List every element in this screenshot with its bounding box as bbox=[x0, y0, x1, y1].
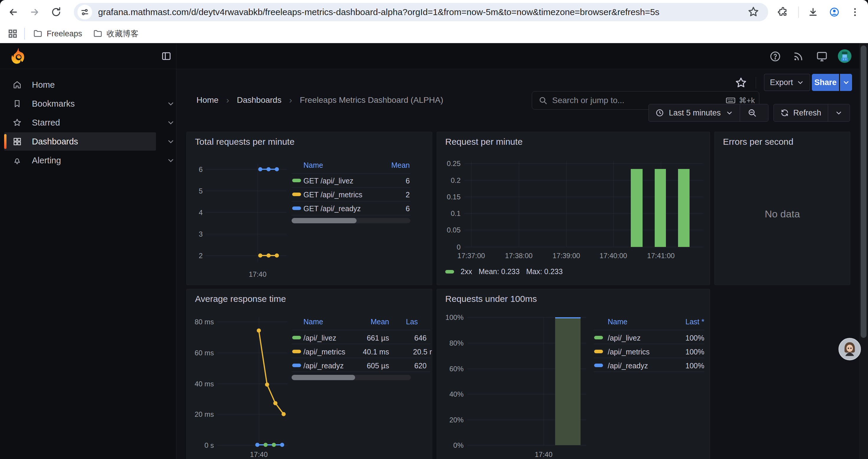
panel-title[interactable]: Requests under 100ms bbox=[445, 294, 537, 304]
back-icon[interactable] bbox=[6, 5, 21, 20]
refresh-icon bbox=[780, 108, 789, 117]
bar-2xx[interactable] bbox=[655, 169, 666, 247]
search-icon bbox=[538, 96, 548, 105]
favorite-dashboard-icon[interactable] bbox=[735, 76, 747, 89]
legend-separator bbox=[291, 358, 430, 358]
zoom-out-button[interactable] bbox=[740, 108, 764, 118]
chevron-down-icon[interactable] bbox=[167, 137, 175, 145]
reload-icon[interactable] bbox=[49, 5, 64, 20]
legend-mean-value: 605 µs bbox=[330, 362, 389, 370]
export-button[interactable]: Export bbox=[764, 74, 810, 91]
gridline-h bbox=[464, 180, 704, 181]
legend-name[interactable]: /api/_metrics bbox=[608, 348, 650, 356]
legend-pill[interactable] bbox=[594, 364, 603, 367]
sidebar-item-label: Alerting bbox=[32, 156, 61, 165]
folder-icon bbox=[93, 29, 102, 38]
legend-scrollbar-thumb[interactable] bbox=[291, 218, 356, 223]
browser-profile-icon[interactable] bbox=[827, 5, 842, 20]
panel-title[interactable]: Request per minute bbox=[445, 137, 523, 147]
legend-name[interactable]: /api/_livez bbox=[608, 334, 641, 342]
panel-request-per-minute[interactable]: Request per minute 0.25 0.2 0.15 0.1 0.0… bbox=[437, 132, 710, 285]
legend-pill[interactable] bbox=[292, 364, 301, 367]
legend-header-last[interactable]: Las bbox=[406, 318, 418, 326]
sidebar-item-home[interactable]: Home bbox=[4, 76, 156, 94]
url-text[interactable]: grafana.mathmast.com/d/deytv4rwavabkb/fr… bbox=[98, 7, 659, 17]
legend-series[interactable]: 2xx bbox=[461, 267, 472, 276]
url-bar[interactable]: grafana.mathmast.com/d/deytv4rwavabkb/fr… bbox=[74, 3, 768, 21]
gridline-h bbox=[464, 247, 704, 247]
breadcrumb-dashboards[interactable]: Dashboards bbox=[237, 95, 282, 105]
chevron-down-icon[interactable] bbox=[167, 119, 175, 127]
gridline-h bbox=[206, 234, 286, 234]
y-tick: 0.2 bbox=[440, 176, 461, 185]
user-avatar[interactable] bbox=[838, 49, 851, 63]
sidebar-item-bookmarks[interactable]: Bookmarks bbox=[4, 95, 156, 113]
chevron-down-icon bbox=[842, 78, 850, 86]
bookmark-star-icon[interactable] bbox=[747, 6, 760, 18]
sidebar-item-starred[interactable]: Starred bbox=[4, 113, 156, 132]
y-tick: 2 bbox=[191, 252, 203, 260]
bookmark-folder-blogs[interactable]: 收藏博客 bbox=[93, 27, 138, 40]
panel-avg-response-time[interactable]: Average response time 80 ms 60 ms 40 ms … bbox=[186, 289, 432, 459]
legend-header-mean[interactable]: Mean bbox=[330, 318, 389, 326]
help-icon[interactable] bbox=[769, 51, 781, 62]
legend-header-name[interactable]: Name bbox=[303, 318, 323, 326]
bar-2xx[interactable] bbox=[631, 169, 643, 247]
dashboards-grid-icon bbox=[12, 137, 22, 146]
panel-errors-per-second[interactable]: Errors per second No data bbox=[714, 132, 850, 285]
grafana-logo[interactable] bbox=[9, 47, 28, 66]
y-tick: 100% bbox=[440, 314, 464, 322]
share-menu-button[interactable] bbox=[840, 74, 852, 91]
share-button[interactable]: Share bbox=[812, 74, 839, 91]
legend-pill[interactable] bbox=[445, 270, 454, 273]
sidebar: Home Bookmarks Starred Dashboards Alerti… bbox=[0, 69, 176, 459]
legend-separator bbox=[291, 201, 410, 201]
legend-pill[interactable] bbox=[292, 350, 301, 353]
panel-title[interactable]: Total requests per minute bbox=[195, 137, 294, 147]
chevron-down-icon[interactable] bbox=[167, 100, 175, 108]
download-icon[interactable] bbox=[806, 5, 820, 20]
legend-name[interactable]: /api/_readyz bbox=[608, 362, 648, 370]
legend-header-mean[interactable]: Mean bbox=[291, 161, 410, 169]
legend-separator bbox=[593, 358, 704, 358]
time-range-picker[interactable]: Last 5 minutes bbox=[649, 108, 740, 118]
site-settings-icon[interactable] bbox=[78, 5, 92, 20]
forward-icon[interactable] bbox=[27, 5, 42, 20]
bar-under-100ms[interactable] bbox=[555, 317, 581, 445]
bookmark-folder-freeleaps[interactable]: Freeleaps bbox=[33, 27, 82, 40]
legend-pill[interactable] bbox=[292, 336, 301, 339]
legend-header-name[interactable]: Name bbox=[608, 318, 627, 326]
apps-grid-icon[interactable] bbox=[5, 26, 20, 41]
data-point bbox=[258, 254, 262, 258]
legend-separator bbox=[291, 187, 410, 188]
legend-pill[interactable] bbox=[594, 336, 603, 339]
refresh-interval-button[interactable] bbox=[828, 109, 850, 117]
refresh-button[interactable]: Refresh bbox=[774, 108, 828, 118]
monitor-icon[interactable] bbox=[816, 51, 828, 62]
panel-legend: 2xx Mean: 0.233 Max: 0.233 bbox=[445, 267, 563, 276]
floating-profile-avatar[interactable] bbox=[838, 338, 861, 360]
panel-total-requests[interactable]: Total requests per minute 6 5 4 3 2 17:4… bbox=[186, 132, 432, 285]
chevron-down-icon bbox=[835, 109, 843, 117]
legend-scrollbar-thumb[interactable] bbox=[291, 375, 355, 380]
breadcrumb-home[interactable]: Home bbox=[196, 95, 219, 105]
panel-requests-under-100ms[interactable]: Requests under 100ms 100% 80% 60% 40% 20… bbox=[437, 289, 710, 459]
x-tick: 17:40 bbox=[244, 451, 274, 459]
panel-title[interactable]: Errors per second bbox=[723, 137, 793, 147]
breadcrumb: Home › Dashboards › Freeleaps Metrics Da… bbox=[196, 95, 443, 105]
sidebar-item-dashboards[interactable]: Dashboards bbox=[4, 132, 156, 151]
gridline-v bbox=[471, 161, 471, 247]
legend-pill[interactable] bbox=[594, 350, 603, 353]
sidebar-toggle-icon[interactable] bbox=[161, 51, 172, 61]
y-tick: 0.1 bbox=[440, 209, 461, 218]
page-scrollbar-thumb[interactable] bbox=[861, 45, 867, 338]
news-rss-icon[interactable] bbox=[793, 51, 804, 62]
bar-2xx[interactable] bbox=[678, 169, 689, 247]
chevron-down-icon[interactable] bbox=[167, 156, 175, 165]
browser-menu-icon[interactable] bbox=[848, 5, 862, 20]
x-tick: 17:40:00 bbox=[590, 252, 637, 260]
legend-header-last[interactable]: Last * bbox=[645, 318, 704, 326]
extensions-icon[interactable] bbox=[776, 5, 790, 20]
sidebar-item-alerting[interactable]: Alerting bbox=[4, 151, 156, 169]
actions-divider bbox=[756, 77, 756, 89]
